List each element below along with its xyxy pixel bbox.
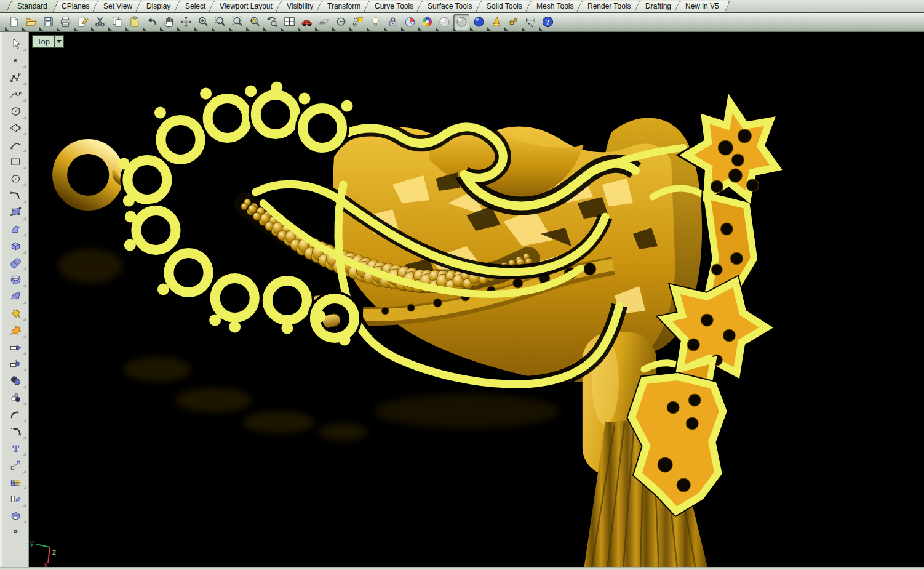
rendered-display-button[interactable] [471, 15, 486, 30]
rotate-view-button[interactable] [178, 15, 193, 30]
tab-label: Standard [17, 1, 47, 12]
print-button[interactable] [58, 15, 73, 30]
osnap-button[interactable] [333, 15, 348, 30]
pan-hand-icon [162, 15, 175, 28]
rectangle-tool-button[interactable] [7, 155, 23, 169]
box-tool-button[interactable] [7, 239, 23, 254]
undo-view-change-button[interactable] [265, 15, 279, 30]
ghosted-display-button[interactable] [437, 15, 452, 30]
options-button[interactable] [506, 15, 520, 30]
named-view-button[interactable] [299, 15, 314, 30]
tab-viewport-layout[interactable]: Viewport Layout [209, 1, 284, 12]
text-tool-button[interactable]: T [7, 441, 23, 456]
tab-label: New in V5 [685, 1, 719, 12]
arc-tool-button[interactable] [7, 137, 23, 152]
tab-render-tools[interactable]: Render Tools [576, 1, 642, 12]
tab-surface-tools[interactable]: Surface Tools [416, 1, 484, 12]
tab-curve-tools[interactable]: Curve Tools [364, 1, 425, 12]
open-file-button[interactable] [23, 15, 38, 30]
viewport-title-label[interactable]: Top [33, 36, 54, 47]
new-file-button[interactable] [6, 15, 21, 30]
explode-tool-button[interactable] [7, 306, 23, 321]
shaded-display-button[interactable] [454, 15, 469, 30]
boolean-union-tool-button[interactable] [7, 374, 23, 388]
color-wheel-button[interactable] [420, 15, 434, 30]
lock-button[interactable] [385, 15, 400, 30]
analyze-button[interactable] [402, 15, 417, 30]
undo-button[interactable] [144, 15, 159, 30]
viewport-top[interactable]: Top [29, 32, 924, 567]
tab-standard[interactable]: Standard [6, 1, 58, 12]
point-tool-button[interactable] [7, 53, 23, 68]
split-tool-button[interactable] [7, 356, 23, 371]
smash-tool-button[interactable] [7, 323, 23, 338]
new-file-icon [7, 15, 20, 28]
dimension-button[interactable] [523, 15, 538, 30]
properties-button[interactable] [75, 15, 90, 30]
circle-tool-button[interactable] [7, 104, 23, 119]
move-squares-icon [9, 459, 22, 472]
tab-new-in-v5[interactable]: New in V5 [674, 1, 730, 12]
cplane-button[interactable] [316, 15, 331, 30]
zoom-dynamic-button[interactable] [196, 15, 210, 30]
help-icon: ? [541, 15, 554, 28]
move-tool-button[interactable] [7, 458, 23, 473]
torus-tool-button[interactable] [7, 272, 23, 287]
boolean-spheres-icon [9, 374, 22, 387]
tab-label: Drafting [645, 1, 671, 12]
paste-button[interactable] [127, 15, 141, 30]
cage-edit-tool-button[interactable] [7, 508, 23, 523]
pan-button[interactable] [161, 15, 176, 30]
surface-patch-tool-button[interactable] [7, 289, 23, 304]
lights-button[interactable] [368, 15, 383, 30]
cut-button[interactable] [92, 15, 107, 30]
viewport-title[interactable]: Top [32, 35, 64, 48]
zoom-selected-button[interactable] [247, 15, 262, 30]
sphere-tool-button[interactable] [7, 255, 23, 270]
array-tool-button[interactable] [7, 475, 23, 489]
help-button[interactable]: ? [540, 15, 555, 30]
curve-blend-tool-button[interactable] [7, 188, 23, 203]
surface-sheet-icon [9, 223, 22, 236]
zoom-extents-icon [231, 15, 244, 28]
more-tools-button[interactable]: » [7, 526, 23, 536]
surface-points-tool-button[interactable] [7, 205, 23, 220]
select-arrow-icon [9, 38, 22, 50]
tab-solid-tools[interactable]: Solid Tools [476, 1, 533, 12]
extend-tool-button[interactable] [7, 424, 23, 439]
surface-sweep-tool-button[interactable] [7, 222, 23, 236]
save-file-button[interactable] [41, 15, 55, 30]
tab-label: Viewport Layout [220, 1, 273, 12]
curve-interpolate-tool-button[interactable] [7, 87, 23, 102]
zoom-extents-button[interactable] [230, 15, 245, 30]
ellipse-tool-button[interactable] [7, 121, 23, 135]
gears-icon [507, 15, 520, 28]
zoom-window-button[interactable] [213, 15, 228, 30]
undo-view-icon [266, 15, 279, 28]
tab-label: Surface Tools [428, 1, 472, 12]
selection-filter-button[interactable] [351, 15, 365, 30]
viewport-menu-button[interactable] [54, 36, 63, 47]
fillet-tool-button[interactable] [7, 407, 23, 422]
circle-icon [9, 105, 22, 118]
shapes-filter-icon [352, 15, 365, 28]
dimension-icon [524, 15, 537, 28]
tool-sidebar: T» [0, 32, 29, 567]
viewport-canvas[interactable]: y z x [29, 32, 924, 567]
polyline-tool-button[interactable] [7, 70, 23, 85]
clipboard-icon [128, 15, 141, 28]
flat-shade-button[interactable] [488, 15, 503, 30]
select-tool-button[interactable] [7, 36, 23, 51]
tab-label: Select [185, 1, 205, 12]
printer-icon [59, 15, 72, 28]
copy-button[interactable] [110, 15, 124, 30]
trim-tool-button[interactable] [7, 340, 23, 355]
zoom-plus-icon [197, 15, 210, 28]
viewport-layout-button[interactable] [282, 15, 297, 30]
shear-tool-button[interactable] [7, 492, 23, 507]
tab-label: Transform [327, 1, 360, 12]
polygon-tool-button[interactable] [7, 171, 23, 186]
copy-pages-icon [111, 15, 124, 28]
tab-mesh-tools[interactable]: Mesh Tools [525, 1, 584, 12]
boolean-difference-tool-button[interactable] [7, 390, 23, 405]
